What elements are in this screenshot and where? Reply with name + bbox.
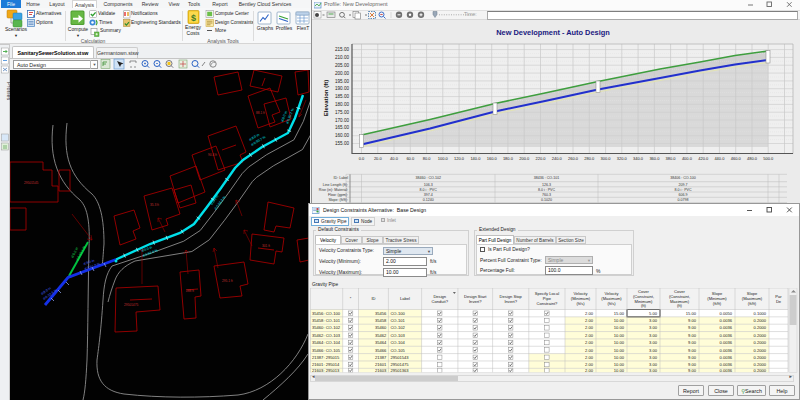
svg-text:(ft/ft): (ft/ft) (748, 301, 757, 306)
svg-text:0.0036: 0.0036 (719, 325, 732, 330)
svg-text:288 ft: 288 ft (186, 289, 194, 293)
svg-text:2.00: 2.00 (585, 333, 594, 338)
svg-text:(ft): (ft) (677, 303, 683, 308)
svg-text:15.00: 15.00 (614, 311, 625, 316)
svg-text:400.0: 400.0 (682, 156, 693, 161)
svg-text:301 ft: 301 ft (262, 244, 270, 248)
svg-text:0.0036: 0.0036 (719, 362, 732, 367)
svg-text:35460: CO-102: 35460: CO-102 (312, 325, 341, 330)
svg-text:0.2000: 0.2000 (753, 333, 766, 338)
svg-text:175.00: 175.00 (335, 110, 349, 115)
svg-text:10.00: 10.00 (614, 355, 625, 360)
svg-text:8.0 i : PVC: 8.0 i : PVC (538, 188, 556, 192)
svg-text:CO-100: CO-100 (390, 311, 405, 316)
svg-text:Invert?: Invert? (469, 299, 482, 304)
svg-text:190.00: 190.00 (335, 86, 349, 91)
svg-text:3.00: 3.00 (649, 325, 658, 330)
svg-text:440.0: 440.0 (714, 156, 725, 161)
svg-text:2.00: 2.00 (585, 325, 594, 330)
svg-text:2.00: 2.00 (585, 348, 594, 353)
svg-text:29501545: 29501545 (24, 181, 38, 185)
svg-text:(ft/s): (ft/s) (607, 301, 616, 306)
svg-text:10.00: 10.00 (614, 362, 625, 367)
svg-text:(ft): (ft) (641, 303, 647, 308)
svg-text:21387: 295015: 21387: 295015 (312, 355, 340, 360)
svg-text:0.1240: 0.1240 (423, 198, 434, 202)
svg-text:160.0: 160.0 (487, 156, 498, 161)
svg-text:3.00: 3.00 (649, 333, 658, 338)
svg-text:10.00: 10.00 (614, 325, 625, 330)
svg-text:606.9: 606.9 (679, 193, 688, 197)
svg-text:ID: ID (371, 296, 375, 301)
svg-text:205.00: 205.00 (335, 63, 349, 68)
svg-text:Line Length (ft):: Line Length (ft): (323, 183, 348, 187)
svg-text:380.0: 380.0 (666, 156, 677, 161)
svg-text:0.2000: 0.2000 (753, 325, 766, 330)
svg-text:35464: 35464 (375, 340, 387, 345)
svg-text:215.00: 215.00 (335, 47, 349, 52)
svg-text:CO-102: CO-102 (390, 325, 405, 330)
svg-text:8.0 i : PVC: 8.0 i : PVC (420, 188, 438, 192)
svg-text:170.00: 170.00 (335, 118, 349, 123)
svg-text:126.3: 126.3 (542, 183, 551, 187)
svg-text:35458: CO-101: 35458: CO-101 (312, 318, 341, 323)
svg-text:0.2000: 0.2000 (753, 318, 766, 323)
svg-text:10.00: 10.00 (614, 348, 625, 353)
svg-text:60.0: 60.0 (406, 156, 415, 161)
svg-text:180.00: 180.00 (335, 102, 349, 107)
svg-text:38436 : CO-101: 38436 : CO-101 (534, 176, 560, 180)
svg-text:De: De (776, 299, 782, 304)
svg-text:420.0: 420.0 (698, 156, 709, 161)
svg-text:209.7: 209.7 (679, 183, 688, 187)
svg-text:0.0050: 0.0050 (719, 311, 732, 316)
svg-text:CO-105: CO-105 (390, 348, 405, 353)
svg-text:Constraint?: Constraint? (536, 301, 558, 306)
svg-text:320.0: 320.0 (617, 156, 628, 161)
svg-text:35466: CO-105: 35466: CO-105 (312, 348, 341, 353)
svg-text:9.00: 9.00 (688, 318, 697, 323)
svg-text:3.00: 3.00 (649, 318, 658, 323)
svg-text:Conduit?: Conduit? (432, 299, 449, 304)
svg-text:195.00: 195.00 (335, 79, 349, 84)
svg-text:35464: CO-104: 35464: CO-104 (312, 340, 341, 345)
svg-text:500.0: 500.0 (763, 156, 774, 161)
svg-text:35456: CO-100: 35456: CO-100 (312, 311, 341, 316)
svg-text:9.00: 9.00 (688, 362, 697, 367)
svg-text:280.0: 280.0 (584, 156, 595, 161)
svg-text:0.0: 0.0 (359, 156, 365, 161)
svg-text:15.00: 15.00 (686, 311, 697, 316)
svg-text:10.00: 10.00 (614, 333, 625, 338)
svg-text:35456: 35456 (375, 311, 387, 316)
svg-text:(ft/s): (ft/s) (576, 301, 585, 306)
svg-text:200.00: 200.00 (335, 71, 349, 76)
svg-text:0.0798: 0.0798 (678, 198, 689, 202)
svg-text:100.0: 100.0 (438, 156, 449, 161)
svg-text:300.0: 300.0 (601, 156, 612, 161)
svg-text:Flow: (gpm):: Flow: (gpm): (328, 193, 348, 197)
svg-text:397.4: 397.4 (424, 193, 433, 197)
svg-text:160.00: 160.00 (335, 133, 349, 138)
svg-text:106.3: 106.3 (424, 183, 433, 187)
svg-text:0.0036: 0.0036 (719, 333, 732, 338)
svg-text:3.00: 3.00 (649, 348, 658, 353)
svg-text:29501475: 29501475 (390, 362, 409, 367)
svg-text:165.00: 165.00 (335, 125, 349, 130)
svg-text:Invert?: Invert? (504, 299, 517, 304)
svg-text:29501475: 29501475 (124, 303, 138, 307)
svg-text:295.1 ft: 295.1 ft (222, 279, 233, 283)
svg-text:Label: Label (400, 296, 410, 301)
svg-text:0.0036: 0.0036 (719, 355, 732, 360)
svg-text:9.00: 9.00 (688, 340, 697, 345)
svg-text:760.3: 760.3 (542, 193, 551, 197)
svg-text:3.00: 3.00 (649, 340, 658, 345)
svg-text:9.00: 9.00 (688, 333, 697, 338)
svg-text:40.0: 40.0 (390, 156, 399, 161)
svg-text:88.1 ft: 88.1 ft (256, 111, 265, 115)
svg-text:120.0: 120.0 (454, 156, 465, 161)
svg-text:240.0: 240.0 (552, 156, 563, 161)
svg-text:480.0: 480.0 (747, 156, 758, 161)
svg-text:21601: 21601 (375, 362, 387, 367)
svg-text:Rise (in): Material:: Rise (in): Material: (319, 188, 348, 192)
svg-text:35460: 35460 (375, 325, 387, 330)
svg-text:20.0: 20.0 (374, 156, 383, 161)
